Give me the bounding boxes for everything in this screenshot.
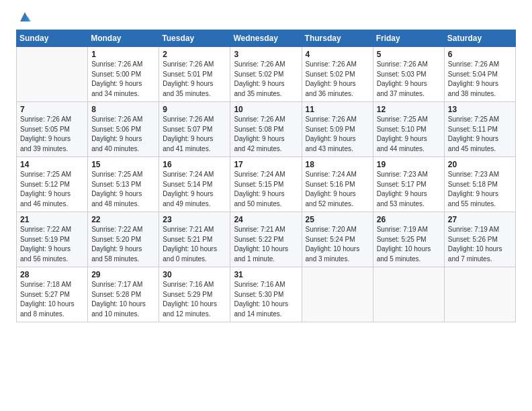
- day-number: 20: [448, 160, 513, 169]
- day-info: Sunrise: 7:26 AM Sunset: 5:00 PM Dayligh…: [91, 60, 156, 99]
- day-number: 16: [163, 160, 227, 169]
- calendar-cell: 27Sunrise: 7:19 AM Sunset: 5:26 PM Dayli…: [444, 212, 515, 267]
- calendar-cell: 12Sunrise: 7:25 AM Sunset: 5:10 PM Dayli…: [373, 102, 444, 157]
- day-info: Sunrise: 7:24 AM Sunset: 5:16 PM Dayligh…: [306, 170, 370, 209]
- weekday-header-thursday: Thursday: [302, 30, 373, 47]
- day-info: Sunrise: 7:26 AM Sunset: 5:01 PM Dayligh…: [163, 60, 227, 99]
- day-number: 5: [377, 50, 441, 59]
- calendar-cell: 30Sunrise: 7:16 AM Sunset: 5:29 PM Dayli…: [159, 267, 230, 322]
- day-info: Sunrise: 7:20 AM Sunset: 5:24 PM Dayligh…: [306, 225, 370, 264]
- weekday-header-tuesday: Tuesday: [159, 30, 230, 47]
- day-info: Sunrise: 7:23 AM Sunset: 5:17 PM Dayligh…: [377, 170, 441, 209]
- day-number: 15: [91, 160, 156, 169]
- logo-icon: [17, 9, 32, 24]
- calendar-cell: 31Sunrise: 7:16 AM Sunset: 5:30 PM Dayli…: [230, 267, 302, 322]
- day-info: Sunrise: 7:22 AM Sunset: 5:20 PM Dayligh…: [91, 225, 156, 264]
- day-number: 29: [91, 270, 156, 279]
- day-number: 23: [163, 215, 227, 224]
- day-number: 4: [306, 50, 370, 59]
- day-number: 21: [20, 215, 85, 224]
- day-number: 9: [163, 105, 227, 114]
- day-info: Sunrise: 7:26 AM Sunset: 5:09 PM Dayligh…: [306, 115, 370, 154]
- calendar-cell: 15Sunrise: 7:25 AM Sunset: 5:13 PM Dayli…: [88, 157, 159, 212]
- day-info: Sunrise: 7:17 AM Sunset: 5:28 PM Dayligh…: [91, 280, 156, 319]
- calendar-cell: 11Sunrise: 7:26 AM Sunset: 5:09 PM Dayli…: [302, 102, 373, 157]
- day-info: Sunrise: 7:25 AM Sunset: 5:11 PM Dayligh…: [448, 115, 513, 154]
- calendar-page: SundayMondayTuesdayWednesdayThursdayFrid…: [0, 0, 532, 330]
- calendar-cell: 2Sunrise: 7:26 AM Sunset: 5:01 PM Daylig…: [159, 47, 230, 102]
- day-number: 25: [306, 215, 370, 224]
- calendar-cell: 5Sunrise: 7:26 AM Sunset: 5:03 PM Daylig…: [373, 47, 444, 102]
- day-info: Sunrise: 7:22 AM Sunset: 5:19 PM Dayligh…: [20, 225, 85, 264]
- day-info: Sunrise: 7:16 AM Sunset: 5:30 PM Dayligh…: [234, 280, 298, 319]
- calendar-cell: 14Sunrise: 7:25 AM Sunset: 5:12 PM Dayli…: [17, 157, 88, 212]
- day-info: Sunrise: 7:26 AM Sunset: 5:05 PM Dayligh…: [20, 115, 85, 154]
- day-number: 28: [20, 270, 85, 279]
- weekday-header-friday: Friday: [373, 30, 444, 47]
- day-number: 19: [377, 160, 441, 169]
- calendar-cell: 9Sunrise: 7:26 AM Sunset: 5:07 PM Daylig…: [159, 102, 230, 157]
- calendar-cell: 23Sunrise: 7:21 AM Sunset: 5:21 PM Dayli…: [159, 212, 230, 267]
- calendar-table: SundayMondayTuesdayWednesdayThursdayFrid…: [16, 30, 516, 322]
- calendar-cell: 17Sunrise: 7:24 AM Sunset: 5:15 PM Dayli…: [230, 157, 302, 212]
- day-number: 12: [377, 105, 441, 114]
- day-number: 18: [306, 160, 370, 169]
- day-info: Sunrise: 7:21 AM Sunset: 5:21 PM Dayligh…: [163, 225, 227, 264]
- day-number: 27: [448, 215, 513, 224]
- weekday-header-wednesday: Wednesday: [230, 30, 302, 47]
- day-number: 3: [234, 50, 298, 59]
- calendar-cell: 13Sunrise: 7:25 AM Sunset: 5:11 PM Dayli…: [444, 102, 515, 157]
- calendar-cell: 10Sunrise: 7:26 AM Sunset: 5:08 PM Dayli…: [230, 102, 302, 157]
- calendar-cell: [302, 267, 373, 322]
- day-number: 11: [306, 105, 370, 114]
- day-info: Sunrise: 7:24 AM Sunset: 5:15 PM Dayligh…: [234, 170, 298, 209]
- calendar-cell: 25Sunrise: 7:20 AM Sunset: 5:24 PM Dayli…: [302, 212, 373, 267]
- day-number: 10: [234, 105, 298, 114]
- day-info: Sunrise: 7:26 AM Sunset: 5:03 PM Dayligh…: [377, 60, 441, 99]
- day-number: 26: [377, 215, 441, 224]
- day-info: Sunrise: 7:26 AM Sunset: 5:07 PM Dayligh…: [163, 115, 227, 154]
- day-info: Sunrise: 7:19 AM Sunset: 5:25 PM Dayligh…: [377, 225, 441, 264]
- weekday-header-saturday: Saturday: [444, 30, 515, 47]
- calendar-cell: 3Sunrise: 7:26 AM Sunset: 5:02 PM Daylig…: [230, 47, 302, 102]
- calendar-cell: [444, 267, 515, 322]
- day-number: 24: [234, 215, 298, 224]
- day-info: Sunrise: 7:16 AM Sunset: 5:29 PM Dayligh…: [163, 280, 227, 319]
- day-number: 7: [20, 105, 85, 114]
- day-info: Sunrise: 7:26 AM Sunset: 5:02 PM Dayligh…: [234, 60, 298, 99]
- day-number: 13: [448, 105, 513, 114]
- day-info: Sunrise: 7:21 AM Sunset: 5:22 PM Dayligh…: [234, 225, 298, 264]
- day-info: Sunrise: 7:23 AM Sunset: 5:18 PM Dayligh…: [448, 170, 513, 209]
- day-info: Sunrise: 7:26 AM Sunset: 5:02 PM Dayligh…: [306, 60, 370, 99]
- day-info: Sunrise: 7:26 AM Sunset: 5:08 PM Dayligh…: [234, 115, 298, 154]
- calendar-cell: 22Sunrise: 7:22 AM Sunset: 5:20 PM Dayli…: [88, 212, 159, 267]
- day-info: Sunrise: 7:24 AM Sunset: 5:14 PM Dayligh…: [163, 170, 227, 209]
- day-number: 30: [163, 270, 227, 279]
- calendar-cell: 24Sunrise: 7:21 AM Sunset: 5:22 PM Dayli…: [230, 212, 302, 267]
- calendar-cell: 7Sunrise: 7:26 AM Sunset: 5:05 PM Daylig…: [17, 102, 88, 157]
- day-number: 1: [91, 50, 156, 59]
- day-info: Sunrise: 7:25 AM Sunset: 5:12 PM Dayligh…: [20, 170, 85, 209]
- day-info: Sunrise: 7:25 AM Sunset: 5:10 PM Dayligh…: [377, 115, 441, 154]
- calendar-cell: 26Sunrise: 7:19 AM Sunset: 5:25 PM Dayli…: [373, 212, 444, 267]
- day-info: Sunrise: 7:26 AM Sunset: 5:06 PM Dayligh…: [91, 115, 156, 154]
- header: [16, 12, 516, 21]
- day-number: 17: [234, 160, 298, 169]
- calendar-cell: 21Sunrise: 7:22 AM Sunset: 5:19 PM Dayli…: [17, 212, 88, 267]
- calendar-cell: 18Sunrise: 7:24 AM Sunset: 5:16 PM Dayli…: [302, 157, 373, 212]
- logo: [16, 12, 32, 21]
- calendar-cell: [373, 267, 444, 322]
- weekday-header-sunday: Sunday: [17, 30, 88, 47]
- day-info: Sunrise: 7:19 AM Sunset: 5:26 PM Dayligh…: [448, 225, 513, 264]
- day-number: 22: [91, 215, 156, 224]
- calendar-cell: 29Sunrise: 7:17 AM Sunset: 5:28 PM Dayli…: [88, 267, 159, 322]
- calendar-cell: 20Sunrise: 7:23 AM Sunset: 5:18 PM Dayli…: [444, 157, 515, 212]
- day-info: Sunrise: 7:25 AM Sunset: 5:13 PM Dayligh…: [91, 170, 156, 209]
- day-number: 31: [234, 270, 298, 279]
- calendar-cell: [17, 47, 88, 102]
- day-number: 8: [91, 105, 156, 114]
- day-info: Sunrise: 7:26 AM Sunset: 5:04 PM Dayligh…: [448, 60, 513, 99]
- day-number: 6: [448, 50, 513, 59]
- calendar-cell: 16Sunrise: 7:24 AM Sunset: 5:14 PM Dayli…: [159, 157, 230, 212]
- weekday-header-monday: Monday: [88, 30, 159, 47]
